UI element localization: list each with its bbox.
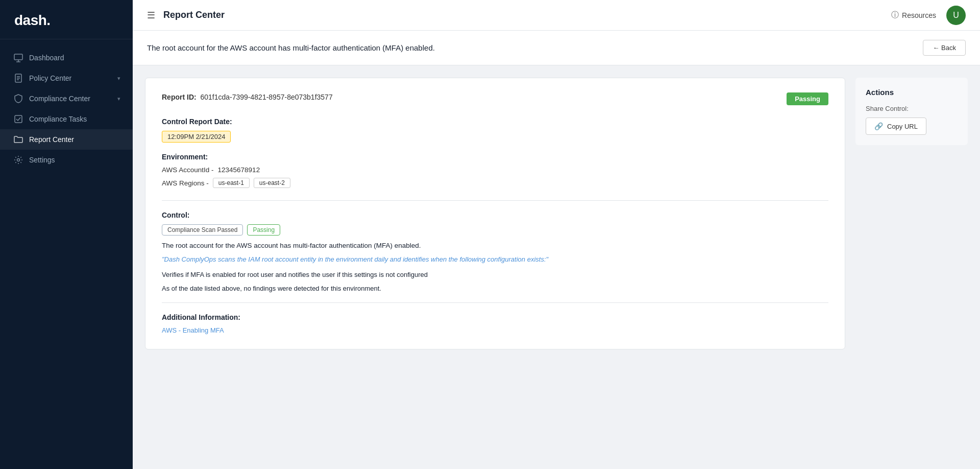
link-icon: 🔗	[874, 122, 883, 130]
folder-icon	[14, 135, 23, 144]
info-icon: ⓘ	[891, 10, 899, 20]
sidebar-item-label-report: Report Center	[29, 135, 120, 144]
additional-info-label: Additional Information:	[162, 313, 828, 321]
sidebar-item-policy-center[interactable]: Policy Center ▾	[0, 68, 133, 88]
report-layout: Report ID: 601f1cda-7399-4821-8957-8e073…	[133, 65, 980, 362]
svg-rect-0	[14, 54, 22, 60]
resources-label: Resources	[902, 11, 936, 19]
sidebar-item-label-policy: Policy Center	[29, 74, 111, 82]
actions-panel: Actions Share Control: 🔗 Copy URL	[855, 78, 968, 145]
page-banner: The root account for the AWS account has…	[133, 31, 980, 65]
aws-account-value: 12345678912	[218, 166, 260, 174]
shield-icon	[14, 94, 23, 103]
share-control-label: Share Control:	[866, 105, 958, 112]
region-tag-1: us-east-1	[213, 178, 250, 188]
control-verifies: Verifies if MFA is enabled for root user…	[162, 270, 828, 280]
report-id-value: 601f1cda-7399-4821-8957-8e073b1f3577	[200, 93, 332, 101]
compliance-scan-badge: Compliance Scan Passed	[162, 224, 243, 236]
environment-section: Environment: AWS AccountId - 12345678912…	[162, 153, 828, 188]
environment-label: Environment:	[162, 153, 828, 161]
sidebar: dash. Dashboard Policy Center ▾ Complian…	[0, 0, 133, 469]
additional-info-link[interactable]: AWS - Enabling MFA	[162, 326, 224, 334]
aws-account-row: AWS AccountId - 12345678912	[162, 166, 828, 174]
sidebar-item-report-center[interactable]: Report Center	[0, 129, 133, 150]
report-id-label: Report ID:	[162, 93, 197, 101]
hamburger-icon[interactable]: ☰	[147, 10, 155, 21]
report-id-container: Report ID: 601f1cda-7399-4821-8957-8e073…	[162, 92, 333, 102]
page-banner-title: The root account for the AWS account has…	[147, 43, 435, 52]
monitor-icon	[14, 53, 23, 62]
sidebar-item-label-settings: Settings	[29, 156, 120, 164]
topbar-right: ⓘ Resources U	[891, 6, 966, 25]
control-section: Control: Compliance Scan Passed Passing …	[162, 211, 828, 292]
control-section-label: Control:	[162, 211, 828, 219]
additional-info-section: Additional Information: AWS - Enabling M…	[162, 313, 828, 335]
sidebar-item-dashboard[interactable]: Dashboard	[0, 48, 133, 68]
divider-2	[162, 302, 828, 303]
report-card: Report ID: 601f1cda-7399-4821-8957-8e073…	[145, 78, 845, 349]
checkbox-icon	[14, 114, 23, 124]
sidebar-item-compliance-center[interactable]: Compliance Center ▾	[0, 88, 133, 109]
divider-1	[162, 200, 828, 201]
sidebar-item-settings[interactable]: Settings	[0, 150, 133, 170]
content-area: The root account for the AWS account has…	[133, 31, 980, 469]
actions-title: Actions	[866, 88, 958, 97]
control-description-italic: "Dash ComplyOps scans the IAM root accou…	[162, 254, 828, 265]
control-title: The root account for the AWS account has…	[162, 242, 828, 249]
date-section-label: Control Report Date:	[162, 118, 828, 126]
sidebar-item-label-tasks: Compliance Tasks	[29, 115, 120, 123]
copy-url-label: Copy URL	[887, 123, 918, 130]
report-id: Report ID: 601f1cda-7399-4821-8957-8e073…	[162, 93, 333, 101]
app-logo: dash.	[14, 12, 51, 28]
chevron-down-icon: ▾	[117, 75, 120, 82]
region-tag-2: us-east-2	[254, 178, 290, 188]
control-findings: As of the date listed above, no findings…	[162, 285, 828, 292]
topbar-left: ☰ Report Center	[147, 10, 225, 21]
back-button[interactable]: ← Back	[923, 40, 966, 56]
avatar-initial: U	[953, 11, 959, 20]
logo-container: dash.	[0, 0, 133, 39]
report-header: Report ID: 601f1cda-7399-4821-8957-8e073…	[162, 92, 828, 105]
status-badge: Passing	[787, 92, 828, 105]
aws-regions-label: AWS Regions -	[162, 179, 209, 187]
sidebar-item-label-dashboard: Dashboard	[29, 54, 120, 62]
aws-regions-row: AWS Regions - us-east-1 us-east-2	[162, 178, 828, 188]
svg-point-8	[17, 159, 20, 161]
main-content: ☰ Report Center ⓘ Resources U The root a…	[133, 0, 980, 469]
file-icon	[14, 74, 23, 83]
date-value: 12:09PM 2/21/2024	[162, 131, 231, 143]
chevron-down-icon-2: ▾	[117, 96, 120, 102]
topbar: ☰ Report Center ⓘ Resources U	[133, 0, 980, 31]
svg-rect-7	[15, 115, 22, 123]
topbar-title: Report Center	[163, 10, 225, 20]
copy-url-button[interactable]: 🔗 Copy URL	[866, 118, 926, 135]
passing-control-badge: Passing	[247, 224, 280, 236]
gear-icon	[14, 155, 23, 165]
sidebar-item-compliance-tasks[interactable]: Compliance Tasks	[0, 109, 133, 129]
sidebar-nav: Dashboard Policy Center ▾ Compliance Cen…	[0, 39, 133, 469]
date-section: Control Report Date: 12:09PM 2/21/2024	[162, 118, 828, 153]
resources-button[interactable]: ⓘ Resources	[891, 10, 936, 20]
sidebar-item-label-compliance: Compliance Center	[29, 95, 111, 103]
aws-account-label: AWS AccountId -	[162, 166, 214, 174]
control-badges: Compliance Scan Passed Passing	[162, 224, 828, 236]
avatar[interactable]: U	[946, 6, 966, 25]
